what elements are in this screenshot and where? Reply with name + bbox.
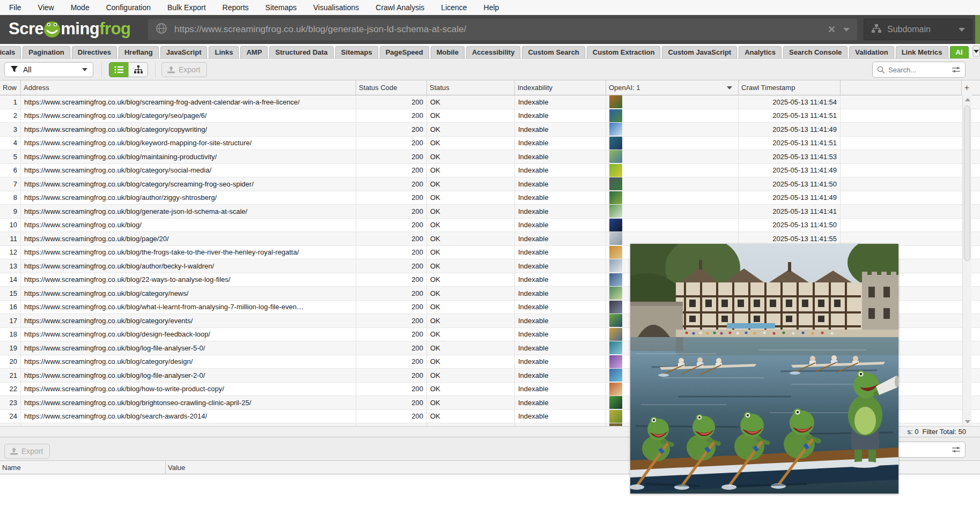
search-box[interactable]: [872, 62, 966, 78]
menu-file[interactable]: File: [9, 3, 21, 12]
menu-reports[interactable]: Reports: [223, 3, 249, 12]
scrollbar-thumb[interactable]: [964, 106, 970, 261]
table-row[interactable]: 3https://www.screamingfrog.co.uk/blog/ca…: [0, 123, 980, 137]
openai-thumbnail-image[interactable]: [609, 219, 622, 232]
table-row[interactable]: 10https://www.screamingfrog.co.uk/blog/2…: [0, 219, 980, 233]
vertical-scrollbar[interactable]: [962, 95, 971, 426]
tab-pagination[interactable]: Pagination: [23, 46, 70, 58]
tab-javascript[interactable]: JavaScript: [160, 46, 208, 58]
openai-thumbnail-image[interactable]: [609, 328, 622, 341]
tab-search-console[interactable]: Search Console: [783, 46, 848, 58]
openai-image-preview[interactable]: [630, 244, 898, 494]
tab-custom-search[interactable]: Custom Search: [522, 46, 585, 58]
openai-thumbnail-image[interactable]: [609, 341, 622, 354]
row-number: 22: [0, 383, 21, 396]
column-header-status[interactable]: Status: [427, 80, 515, 95]
cell-address: https://www.screamingfrog.co.uk/blog/aut…: [21, 191, 356, 205]
tab-directives[interactable]: Directives: [72, 46, 117, 58]
table-row[interactable]: 6https://www.screamingfrog.co.uk/blog/ca…: [0, 164, 980, 178]
tab-structured-data[interactable]: Structured Data: [269, 46, 334, 58]
menu-mode[interactable]: Mode: [71, 3, 90, 12]
menu-licence[interactable]: Licence: [441, 3, 467, 12]
tab-canonicals[interactable]: Canonicals: [0, 46, 21, 58]
column-header-crawl-timestamp[interactable]: Crawl Timestamp: [739, 80, 841, 95]
openai-thumbnail-image[interactable]: [609, 150, 622, 163]
crawl-scope-dropdown[interactable]: Subdomain: [864, 19, 972, 40]
table-row[interactable]: 5https://www.screamingfrog.co.uk/blog/ma…: [0, 150, 980, 164]
column-header-address[interactable]: Address: [21, 80, 356, 95]
tab-accessibility[interactable]: Accessibility: [466, 46, 521, 58]
menu-configuration[interactable]: Configuration: [106, 3, 151, 12]
openai-thumbnail-image[interactable]: [609, 205, 622, 218]
menu-crawl-analysis[interactable]: Crawl Analysis: [375, 3, 424, 12]
openai-thumbnail-image[interactable]: [609, 123, 622, 136]
openai-thumbnail-image[interactable]: [609, 137, 622, 150]
column-header-indexability[interactable]: Indexability: [515, 80, 606, 95]
tab-validation[interactable]: Validation: [849, 46, 894, 58]
tab-amp[interactable]: AMP: [240, 46, 268, 58]
column-filter-icon[interactable]: [727, 86, 732, 89]
column-header-openai[interactable]: OpenAI: 1: [606, 80, 739, 95]
openai-thumbnail-image[interactable]: [609, 109, 622, 122]
filter-dropdown[interactable]: All: [4, 62, 93, 77]
table-row[interactable]: 2https://www.screamingfrog.co.uk/blog/ca…: [0, 109, 980, 123]
tab-sitemaps[interactable]: Sitemaps: [335, 46, 378, 58]
column-header-row[interactable]: Row: [0, 80, 21, 95]
tab-link-metrics[interactable]: Link Metrics: [896, 46, 948, 58]
tab-hreflang[interactable]: Hreflang: [119, 46, 159, 58]
url-bar[interactable]: https://www.screamingfrog.co.uk/blog/gen…: [148, 19, 857, 40]
logo-text-2: ming: [61, 19, 99, 39]
openai-thumbnail-image[interactable]: [609, 383, 622, 395]
openai-thumbnail-image[interactable]: [609, 301, 622, 313]
openai-thumbnail-image[interactable]: [609, 410, 622, 423]
tab-overflow-button[interactable]: [972, 46, 980, 57]
menu-bulk-export[interactable]: Bulk Export: [167, 3, 206, 12]
export-button[interactable]: Export: [161, 62, 207, 77]
sliders-icon[interactable]: [952, 446, 961, 454]
menu-view[interactable]: View: [38, 3, 54, 12]
openai-thumbnail-image[interactable]: [609, 191, 622, 204]
url-input[interactable]: https://www.screamingfrog.co.uk/blog/gen…: [174, 24, 820, 35]
table-row[interactable]: 1https://www.screamingfrog.co.uk/blog/sc…: [0, 95, 980, 109]
menu-visualisations[interactable]: Visualisations: [313, 3, 359, 12]
bottom-export-button[interactable]: Export: [4, 444, 50, 459]
tab-custom-extraction[interactable]: Custom Extraction: [587, 46, 661, 58]
openai-thumbnail-image[interactable]: [609, 95, 622, 108]
openai-thumbnail-image[interactable]: [609, 355, 622, 368]
openai-thumbnail-image[interactable]: [609, 232, 622, 245]
list-view-button[interactable]: [109, 62, 129, 77]
clear-url-icon[interactable]: ✕: [828, 24, 836, 35]
table-row[interactable]: 4https://www.screamingfrog.co.uk/blog/ke…: [0, 137, 980, 151]
url-history-caret-icon[interactable]: [843, 28, 850, 32]
openai-thumbnail-image[interactable]: [609, 314, 622, 327]
sliders-icon[interactable]: [952, 66, 961, 74]
row-number: 18: [0, 328, 21, 341]
column-header-status-code[interactable]: Status Code: [356, 80, 427, 95]
table-row[interactable]: 9https://www.screamingfrog.co.uk/blog/ge…: [0, 205, 980, 219]
table-row[interactable]: 7https://www.screamingfrog.co.uk/blog/ca…: [0, 177, 980, 191]
scroll-up-icon[interactable]: [965, 98, 970, 101]
tab-custom-javascript[interactable]: Custom JavaScript: [662, 46, 737, 58]
scroll-down-icon[interactable]: [965, 420, 970, 423]
openai-thumbnail-image[interactable]: [609, 369, 622, 382]
openai-thumbnail-image[interactable]: [609, 177, 622, 190]
menu-help[interactable]: Help: [484, 3, 499, 12]
openai-thumbnail-image[interactable]: [609, 246, 622, 259]
tab-ai[interactable]: AI: [950, 46, 969, 58]
openai-thumbnail-image[interactable]: [609, 259, 622, 272]
tab-mobile[interactable]: Mobile: [431, 46, 465, 58]
menu-sitemaps[interactable]: Sitemaps: [266, 3, 297, 12]
search-input[interactable]: [888, 66, 948, 74]
tree-view-button[interactable]: [128, 62, 148, 77]
cell-crawl-timestamp: 2025-05-13 11:41:51: [739, 137, 841, 150]
openai-thumbnail-image[interactable]: [609, 287, 622, 300]
tab-links[interactable]: Links: [209, 46, 239, 58]
openai-thumbnail-image[interactable]: [609, 396, 622, 409]
tab-analytics[interactable]: Analytics: [739, 46, 782, 58]
table-row[interactable]: 8https://www.screamingfrog.co.uk/blog/au…: [0, 191, 980, 205]
openai-thumbnail-image[interactable]: [609, 164, 622, 177]
tab-pagespeed[interactable]: PageSpeed: [380, 46, 429, 58]
add-column-button[interactable]: +: [961, 80, 972, 95]
detail-column-name[interactable]: Name: [0, 461, 166, 474]
openai-thumbnail-image[interactable]: [609, 273, 622, 286]
